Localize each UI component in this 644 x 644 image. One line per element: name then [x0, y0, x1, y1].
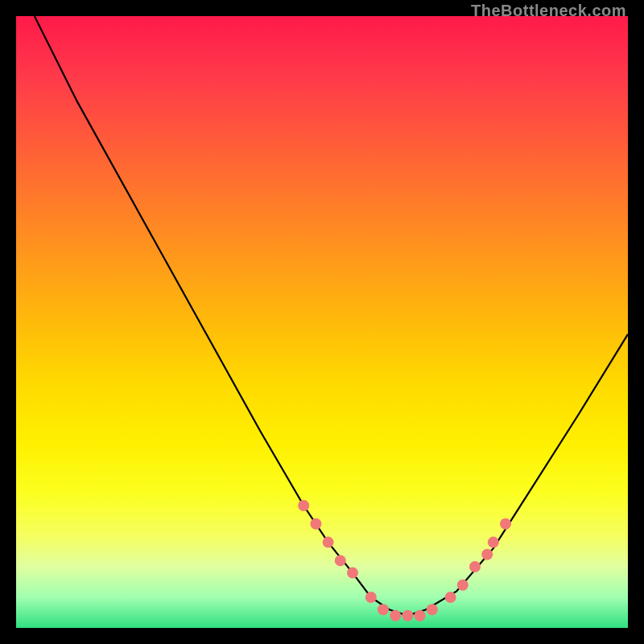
marker-dot: [481, 549, 493, 560]
marker-dot: [427, 604, 438, 615]
bottleneck-curve: [35, 16, 628, 616]
marker-dot: [365, 592, 377, 603]
marker-dot: [335, 555, 346, 566]
marker-dot: [415, 610, 426, 621]
marker-dot: [500, 518, 511, 530]
marker-dot: [378, 604, 389, 615]
chart-container: TheBottleneck.com: [0, 0, 644, 644]
marker-dot: [323, 537, 334, 548]
chart-svg: [16, 16, 628, 628]
plot-area: [16, 16, 628, 628]
marker-dot: [310, 518, 321, 530]
marker-dot: [347, 568, 358, 579]
watermark-text: TheBottleneck.com: [471, 2, 626, 20]
marker-dot: [445, 592, 456, 603]
marker-dot: [298, 500, 309, 511]
marker-dot: [469, 561, 481, 572]
marker-dot: [402, 610, 413, 621]
marker-dot: [488, 537, 499, 548]
marker-dots: [298, 500, 511, 621]
marker-dot: [457, 580, 469, 591]
curve-group: [35, 16, 628, 616]
marker-dot: [390, 610, 401, 621]
